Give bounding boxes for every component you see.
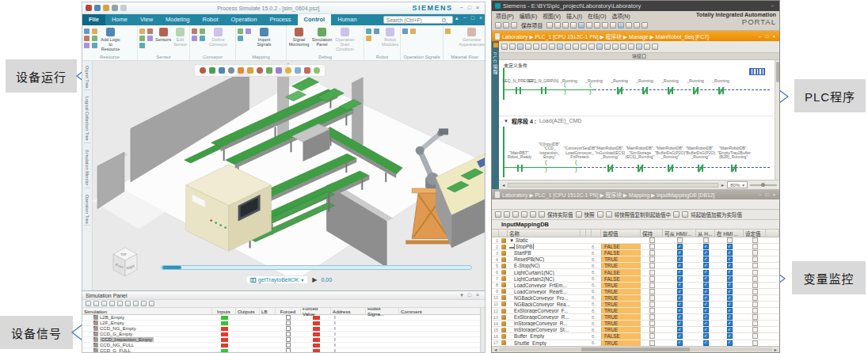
toolbar-icon[interactable] <box>594 22 600 28</box>
dock-icon[interactable]: ▾ <box>458 291 466 299</box>
signal-row[interactable]: CCD_Inspection_EmptyI <box>82 337 485 343</box>
forced-value-indicator[interactable] <box>313 338 320 342</box>
toolbar-icon[interactable] <box>641 22 648 28</box>
ribbon-tool-icon[interactable] <box>445 28 451 34</box>
ribbon-button-operation-start-condition[interactable]: Operation Start Condition <box>334 27 356 51</box>
signal-row[interactable]: CCD_NG_EmptyI <box>82 326 485 332</box>
h3-checkbox[interactable]: ✓ <box>727 340 733 346</box>
set-checkbox[interactable] <box>752 340 758 346</box>
keep-checkbox[interactable] <box>649 244 655 249</box>
ladder-toolbar-icon[interactable] <box>620 44 626 50</box>
ribbon-tool-icon[interactable] <box>139 36 145 41</box>
col-writable-from-hmi[interactable]: 从 H... <box>696 230 715 237</box>
ladder-contact-paren[interactable]: ( ) <box>545 162 554 172</box>
ribbon-tool-icon[interactable] <box>139 28 145 34</box>
watch-row[interactable]: 13ExStorageConveyor_R...B..TRUE✓✓✓ <box>492 314 779 321</box>
ladder-toolbar-icon[interactable] <box>652 44 658 50</box>
ribbon-tool-icon[interactable] <box>246 28 251 34</box>
ladder-contact-paren[interactable]: ( ) <box>575 162 584 172</box>
h3-checkbox[interactable]: ✓ <box>727 302 733 307</box>
h2-checkbox[interactable]: ✓ <box>703 263 709 268</box>
viewport-tool-icon[interactable] <box>285 67 291 74</box>
h2-checkbox[interactable]: ✓ <box>703 308 709 313</box>
ladder-contact-paren[interactable]: ( ) <box>589 85 599 94</box>
col-monitor-value[interactable]: 监视值 <box>601 230 641 237</box>
h1-checkbox[interactable]: ✓ <box>677 256 683 262</box>
forced-checkbox[interactable] <box>286 332 291 336</box>
scrollbar[interactable] <box>480 308 485 352</box>
view-cube[interactable]: Top Front Right <box>107 245 143 281</box>
collapse-icon[interactable]: ▼ <box>504 119 508 123</box>
keep-checkbox[interactable] <box>649 302 655 307</box>
forced-value-indicator[interactable] <box>313 349 320 353</box>
play-button[interactable]: ▶ <box>312 276 317 283</box>
keep-checkbox[interactable] <box>649 250 655 256</box>
col-visible-in-hmi[interactable]: 在 HMI ... <box>715 230 744 237</box>
h2-checkbox[interactable]: ✓ <box>703 333 709 339</box>
h3-checkbox[interactable]: ✓ <box>727 244 733 249</box>
h2-checkbox[interactable]: ✓ <box>703 295 709 301</box>
h3-checkbox[interactable]: ✓ <box>727 333 733 339</box>
ladder-canvas[interactable]: 未定义条件 SEQ_N_PRESETSEQ_N_GRIP(N)( )_Runni… <box>499 60 779 180</box>
minimize-button[interactable]: − <box>758 34 763 39</box>
tab-control[interactable]: Control <box>298 14 332 25</box>
set-checkbox[interactable] <box>752 237 758 243</box>
scroll-left-icon[interactable]: ◄ <box>493 347 497 352</box>
ladder-toolbar-icon[interactable] <box>557 44 563 50</box>
sidebar-tab-logical-collection-tree[interactable]: Logical Collection Tree <box>84 95 90 143</box>
collapse-ribbon-icon[interactable]: ▴ <box>453 14 461 25</box>
h2-checkbox[interactable]: ✓ <box>703 270 709 275</box>
toolbar-icon[interactable] <box>554 22 561 28</box>
col-forced[interactable]: Forced <box>276 308 301 314</box>
h3-checkbox[interactable]: ✓ <box>727 314 733 320</box>
h3-checkbox[interactable]: ✓ <box>727 283 733 288</box>
3d-viewport[interactable]: Top Front Right getTraytoBeltOK ▾ ▶ 0.00 <box>93 61 485 290</box>
col-retain[interactable]: 保持 <box>641 230 663 237</box>
h1-checkbox[interactable] <box>677 237 683 243</box>
h3-checkbox[interactable]: ✓ <box>727 289 733 294</box>
forced-value-indicator[interactable] <box>313 327 320 331</box>
toolbar-icon[interactable] <box>602 22 608 28</box>
restore-button[interactable]: □ <box>765 34 770 39</box>
h1-checkbox[interactable]: ✓ <box>677 340 683 346</box>
ribbon-tool-icon[interactable] <box>238 28 243 34</box>
ribbon-tool-icon[interactable] <box>366 36 371 41</box>
signal-row[interactable]: L2F_EmptyI <box>82 321 485 326</box>
ladder-contact-nc[interactable] <box>615 85 624 94</box>
toolbar-icon[interactable] <box>618 22 624 28</box>
watch-button-[interactable]: 将起始值加载为实际值 <box>691 211 742 218</box>
keep-checkbox[interactable] <box>649 276 655 282</box>
keep-checkbox[interactable] <box>649 308 655 313</box>
set-checkbox[interactable] <box>752 295 758 301</box>
watch-toolbar-icon[interactable] <box>504 211 510 218</box>
watch-toolbar-icon[interactable] <box>606 211 612 218</box>
h2-checkbox[interactable]: ✓ <box>703 250 709 256</box>
ladder-toolbar-icon[interactable] <box>525 44 531 50</box>
zoom-slider[interactable] <box>750 184 777 186</box>
panel-toolbar-icon[interactable] <box>133 301 139 306</box>
ribbon-tool-icon[interactable] <box>139 43 145 48</box>
h1-checkbox[interactable]: ✓ <box>677 263 683 268</box>
save-icon[interactable] <box>94 5 101 11</box>
watch-row[interactable]: 16Buffer_EmptyB..FALSE✓✓✓ <box>492 333 779 340</box>
forced-checkbox[interactable] <box>286 348 291 352</box>
scroll-left-icon[interactable]: ◄ <box>501 183 505 188</box>
instruction-block[interactable] <box>749 68 765 75</box>
menu-n[interactable]: 选项(N) <box>611 12 630 20</box>
forced-value-indicator[interactable] <box>313 332 320 336</box>
set-checkbox[interactable] <box>752 302 758 307</box>
ladder-contact-paren[interactable]: ( ) <box>564 85 573 94</box>
signal-row[interactable]: CCD_G_EmptyI <box>82 332 485 337</box>
tab-modeling[interactable]: Modeling <box>159 14 196 25</box>
toolbar-icon[interactable] <box>610 22 616 28</box>
save-project-button[interactable]: 保存项目 <box>521 21 542 29</box>
panel-toolbar-icon[interactable] <box>109 301 115 306</box>
ribbon-tool-icon[interactable] <box>92 28 97 34</box>
ladder-toolbar-icon[interactable] <box>644 44 650 50</box>
keep-checkbox[interactable] <box>649 333 655 339</box>
forced-checkbox[interactable] <box>286 326 291 331</box>
ladder-toolbar-icon[interactable] <box>612 44 619 50</box>
toolbar-icon[interactable] <box>586 22 592 28</box>
h1-checkbox[interactable]: ✓ <box>677 302 683 307</box>
col-address[interactable]: Address <box>331 308 366 314</box>
